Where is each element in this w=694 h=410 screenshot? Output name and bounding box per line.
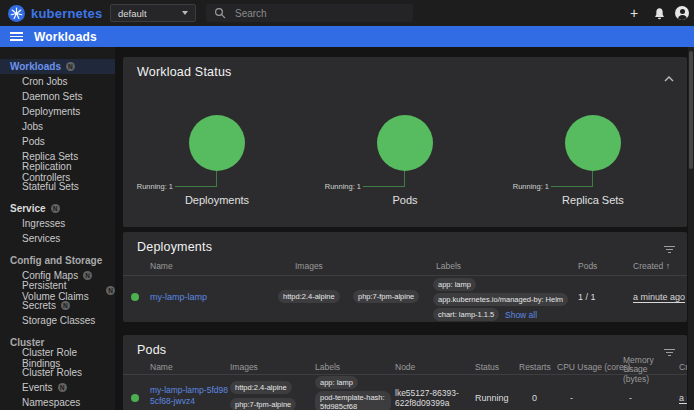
namespaced-badge: N — [61, 301, 70, 310]
sidebar-item-cluster-role-bindings[interactable]: Cluster Role Bindings — [0, 350, 115, 365]
pie-running-segment — [565, 115, 621, 171]
column-header-labels: Labels — [315, 362, 340, 372]
sidebar-item-replication-controllers[interactable]: Replication Controllers — [0, 164, 115, 179]
restarts-count: 0 — [532, 393, 537, 403]
column-header-name[interactable]: Name — [150, 362, 173, 372]
kubernetes-logo-icon — [8, 5, 25, 22]
memory-usage: - — [629, 393, 632, 403]
sidebar-item-namespaces[interactable]: Namespaces — [0, 395, 115, 410]
pods-card: Pods Name Images Labels Node Status Rest… — [123, 335, 687, 410]
namespaced-badge: N — [51, 204, 60, 213]
column-header-created[interactable]: Created ↑ — [633, 261, 670, 271]
pod-status: Running — [475, 393, 509, 403]
top-bar: kubernetes default + — [0, 0, 694, 26]
search-box[interactable] — [206, 4, 413, 22]
status-ok-icon — [131, 293, 139, 301]
label-chip: app.kubernetes.io/managed-by: Helm — [433, 293, 568, 306]
column-header-pods: Pods — [578, 261, 597, 271]
column-header-status: Status — [475, 362, 499, 372]
deployments-card: Deployments Name Images Labels Pods Crea… — [123, 232, 687, 322]
chart-callout: Running: 1 — [513, 182, 549, 191]
sidebar-item-deployments[interactable]: Deployments — [0, 104, 115, 119]
created-age: a minute ago — [679, 393, 687, 403]
bell-icon — [653, 7, 666, 20]
label-chip: app: lamp — [433, 278, 476, 291]
pod-name-link[interactable]: my-lamp-lamp-5fd985cf68-jwvz4 — [150, 385, 228, 406]
column-header-memory: Memory Usage (bytes) — [623, 356, 675, 384]
sidebar-nav: Workloads N Cron Jobs Daemon Sets Deploy… — [0, 47, 115, 410]
namespaced-badge: N — [58, 383, 67, 392]
column-header-images: Images — [295, 261, 323, 271]
deployment-name-link[interactable]: my-lamp-lamp — [150, 292, 207, 302]
kubernetes-dashboard: kubernetes default + Workloads — [0, 0, 694, 410]
scrollbar-thumb[interactable] — [689, 51, 693, 169]
replica-sets-status-chart: Running: 1 Replica Sets — [513, 57, 673, 227]
show-all-link[interactable]: Show all — [505, 310, 537, 320]
notifications-button[interactable] — [649, 0, 669, 26]
namespace-value: default — [118, 8, 147, 19]
sidebar-item-daemon-sets[interactable]: Daemon Sets — [0, 89, 115, 104]
deployments-status-chart: Running: 1 Deployments — [137, 57, 297, 227]
label-chip: pod-template-hash: 5fd985cf68 — [315, 391, 391, 410]
sidebar-item-events[interactable]: Events N — [0, 380, 115, 395]
pie-running-segment — [377, 115, 433, 171]
pods-count: 1 / 1 — [578, 292, 596, 302]
card-title: Deployments — [137, 240, 212, 254]
user-icon — [675, 6, 689, 20]
pie-running-segment — [189, 115, 245, 171]
sidebar-item-services[interactable]: Services — [0, 231, 115, 246]
brand-name: kubernetes — [31, 6, 102, 21]
menu-icon[interactable] — [10, 30, 23, 44]
column-header-cpu: CPU Usage (cores) — [557, 362, 631, 372]
sidebar-item-pods[interactable]: Pods — [0, 134, 115, 149]
search-input[interactable] — [235, 8, 385, 19]
namespaced-badge: N — [106, 286, 115, 295]
sidebar-item-persistent-volume-claims[interactable]: Persistent Volume Claims N — [0, 283, 115, 298]
column-header-restarts: Restarts — [519, 362, 551, 372]
sidebar-item-cron-jobs[interactable]: Cron Jobs — [0, 74, 115, 89]
kubernetes-logo-link[interactable]: kubernetes — [8, 4, 102, 22]
plus-icon: + — [630, 5, 638, 21]
column-header-images: Images — [230, 362, 258, 372]
sidebar-item-jobs[interactable]: Jobs — [0, 119, 115, 134]
chart-label: Replica Sets — [513, 194, 673, 206]
page-title: Workloads — [34, 30, 97, 44]
chart-label: Pods — [325, 194, 485, 206]
status-ok-icon — [131, 394, 139, 402]
sidebar-item-workloads[interactable]: Workloads N — [0, 59, 115, 74]
chart-label: Deployments — [137, 194, 297, 206]
namespace-selector[interactable]: default — [110, 4, 196, 22]
node-name: lke55127-86393-622f8d09399a — [395, 388, 459, 408]
image-chip: httpd:2.4-alpine — [230, 381, 292, 394]
pods-status-chart: Running: 1 Pods — [325, 57, 485, 227]
sidebar-item-service[interactable]: Service N — [0, 201, 115, 216]
label-chip: app: lamp — [315, 376, 358, 389]
namespaced-badge: N — [66, 62, 75, 71]
chart-callout: Running: 1 — [137, 182, 173, 191]
chart-callout: Running: 1 — [325, 182, 361, 191]
card-title: Pods — [137, 343, 166, 357]
column-header-labels: Labels — [436, 261, 461, 271]
app-bar: Workloads — [0, 26, 694, 47]
search-icon — [214, 7, 226, 19]
image-chip: php:7-fpm-alpine — [230, 398, 296, 410]
column-header-node: Node — [395, 362, 415, 372]
user-menu-button[interactable] — [672, 0, 692, 26]
add-resource-button[interactable]: + — [624, 0, 644, 26]
created-age: a minute ago — [633, 292, 685, 302]
cpu-usage: - — [570, 393, 573, 403]
sort-ascending-icon: ↑ — [666, 261, 670, 271]
sidebar-section-config-and-storage: Config and Storage — [0, 253, 115, 268]
filter-icon[interactable] — [663, 244, 675, 255]
image-chip: php:7-fpm-alpine — [353, 290, 419, 303]
sidebar-item-storage-classes[interactable]: Storage Classes — [0, 313, 115, 328]
column-header-created[interactable]: Created ↑ — [679, 362, 687, 372]
sidebar-item-ingresses[interactable]: Ingresses — [0, 216, 115, 231]
workload-status-card: Workload Status Running: 1 Deployments R… — [123, 57, 687, 227]
image-chip: httpd:2.4-alpine — [278, 290, 340, 303]
chevron-down-icon — [182, 11, 188, 15]
column-header-name[interactable]: Name — [150, 261, 173, 271]
label-chip: chart: lamp-1.1.5 — [433, 308, 499, 321]
